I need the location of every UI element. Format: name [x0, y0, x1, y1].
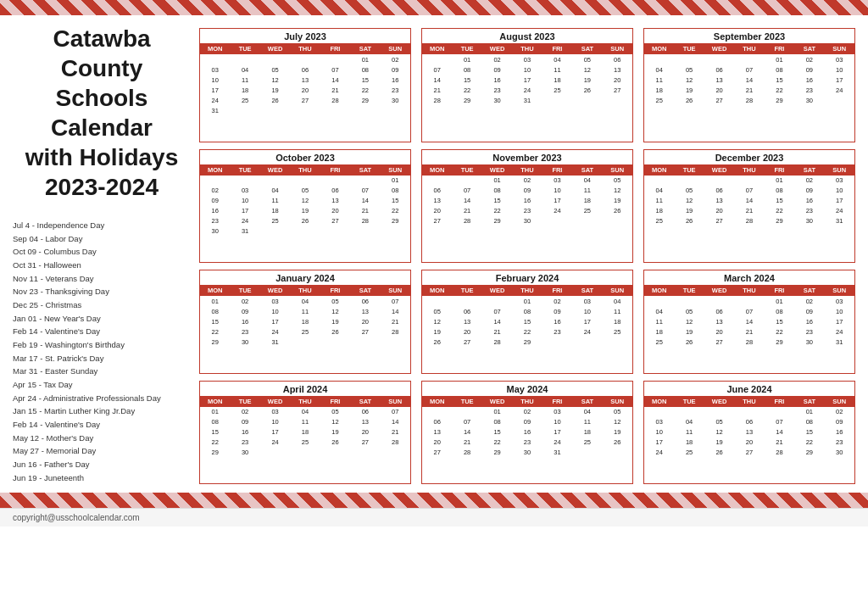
holiday-item: Jun 16 - Father's Day [13, 458, 191, 471]
day-cell: 20 [704, 206, 734, 216]
weekday-label: TUE [674, 43, 704, 54]
day-cell: 14 [381, 306, 410, 316]
day-cell: 07 [452, 186, 481, 196]
day-cell: 13 [350, 417, 380, 427]
empty-day [422, 176, 452, 186]
day-cell: 23 [230, 326, 259, 337]
day-cell: 07 [734, 186, 764, 196]
day-cell: 02 [381, 54, 410, 64]
day-cell: 20 [603, 75, 632, 85]
day-cell: 03 [512, 54, 542, 64]
day-cell: 23 [200, 216, 230, 226]
day-cell: 10 [825, 186, 854, 196]
day-cell: 06 [603, 54, 632, 64]
holiday-item: Jul 4 - Independence Day [13, 219, 191, 232]
day-cell: 25 [290, 326, 320, 337]
weekday-label: SUN [825, 164, 854, 176]
weekday-label: MON [422, 396, 452, 407]
day-cell: 19 [603, 196, 632, 206]
day-cell: 18 [260, 206, 290, 216]
day-cell: 20 [704, 326, 734, 337]
holiday-item: Mar 17 - St. Patrick's Day [13, 352, 191, 365]
day-cell: 11 [603, 306, 632, 316]
day-cell: 02 [512, 176, 542, 186]
day-cell: 14 [350, 196, 380, 206]
weekday-label: TUE [452, 285, 481, 296]
day-cell: 28 [320, 95, 350, 105]
holiday-item: Nov 11 - Veterans Day [13, 272, 191, 286]
day-cell: 25 [674, 448, 704, 458]
day-cell: 09 [794, 186, 824, 196]
month-block: October 2023MONTUEWEDTHUFRISATSUN0102030… [199, 149, 411, 264]
day-cell: 13 [290, 75, 320, 85]
day-cell: 21 [482, 326, 512, 337]
footer: copyright@usschoolcalendar.com [0, 508, 868, 527]
day-cell: 09 [512, 186, 542, 196]
holiday-item: Feb 14 - Valentine's Day [13, 325, 191, 338]
weekday-label: TUE [230, 285, 259, 296]
day-cell: 01 [765, 296, 794, 306]
day-cell: 07 [734, 64, 764, 75]
day-cell: 06 [704, 306, 734, 316]
weekday-label: SUN [381, 396, 410, 407]
empty-day [320, 176, 350, 186]
weekday-label: MON [200, 164, 230, 176]
weekday-label: THU [512, 396, 542, 407]
day-cell: 10 [572, 306, 602, 316]
day-cell: 30 [512, 448, 542, 458]
day-cell: 25 [644, 95, 674, 105]
weekday-label: FRI [542, 285, 572, 296]
weekday-label: MON [644, 396, 674, 407]
month-block: July 2023MONTUEWEDTHUFRISATSUN0102030405… [199, 28, 411, 142]
day-cell: 02 [542, 296, 572, 306]
day-cell: 17 [230, 206, 259, 216]
day-cell: 30 [230, 448, 259, 458]
day-cell: 30 [381, 95, 410, 105]
day-cell: 26 [320, 437, 350, 448]
day-cell: 29 [452, 95, 481, 105]
day-cell: 04 [230, 64, 259, 75]
month-title: October 2023 [200, 150, 410, 164]
day-cell: 26 [290, 216, 320, 226]
month-title: April 2024 [200, 382, 410, 396]
day-cell: 28 [482, 337, 512, 347]
day-cell: 23 [794, 85, 824, 95]
day-cell: 07 [422, 64, 452, 75]
day-cell: 04 [290, 296, 320, 306]
month-block: November 2023MONTUEWEDTHUFRISATSUN010203… [421, 149, 633, 264]
day-cell: 04 [674, 417, 704, 427]
day-cell: 15 [765, 75, 794, 85]
month-days: 0102030405060708091011121314151617181920… [644, 54, 854, 105]
day-cell: 12 [320, 306, 350, 316]
day-cell: 22 [765, 85, 794, 95]
empty-day [734, 54, 764, 64]
month-days: 0102030405060708091011121314151617181920… [200, 54, 410, 115]
empty-day [704, 176, 734, 186]
day-cell: 08 [512, 306, 542, 316]
day-cell: 20 [452, 326, 481, 337]
day-cell: 04 [644, 186, 674, 196]
day-cell: 27 [452, 337, 481, 347]
day-cell: 04 [572, 407, 602, 417]
weekday-label: SUN [825, 43, 854, 54]
day-cell: 04 [644, 306, 674, 316]
month-days: 0102030405060708091011121314151617181920… [422, 54, 632, 105]
day-cell: 01 [482, 176, 512, 186]
day-cell: 19 [704, 437, 734, 448]
day-cell: 20 [290, 85, 320, 95]
day-cell: 03 [825, 54, 854, 64]
day-cell: 17 [512, 75, 542, 85]
day-cell: 26 [603, 206, 632, 216]
weekday-label: SUN [825, 396, 854, 407]
weekday-label: TUE [230, 396, 259, 407]
day-cell: 03 [825, 296, 854, 306]
day-cell: 28 [350, 216, 380, 226]
weekday-label: THU [290, 164, 320, 176]
copyright-text: copyright@usschoolcalendar.com [13, 513, 140, 522]
weekday-label: SUN [603, 43, 632, 54]
empty-day [644, 296, 674, 306]
day-cell: 22 [482, 206, 512, 216]
day-cell: 16 [794, 316, 824, 326]
day-cell: 13 [603, 64, 632, 75]
day-cell: 16 [794, 75, 824, 85]
